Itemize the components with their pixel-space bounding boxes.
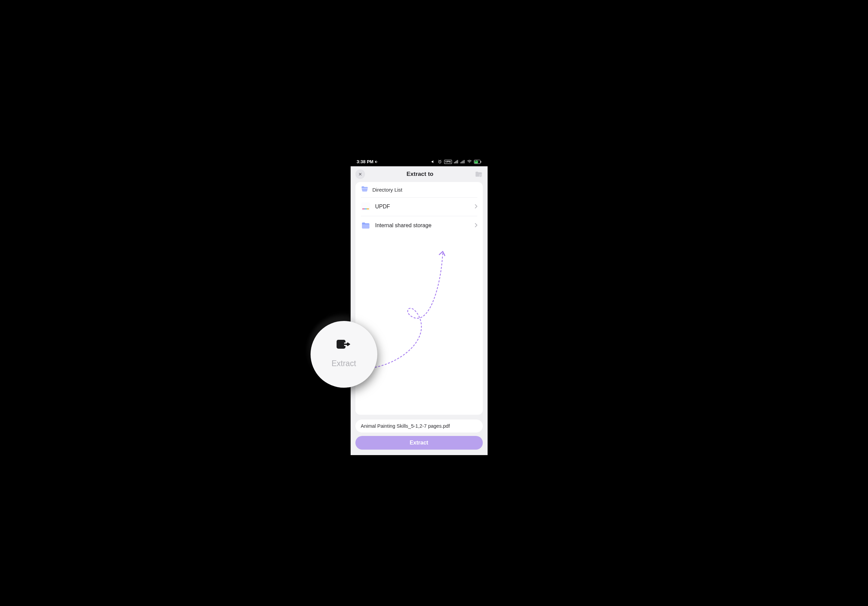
extract-button[interactable]: Extract: [355, 436, 483, 450]
phone-frame: 3:38 PM ◐ VPN: [350, 158, 488, 455]
folder-settings-button[interactable]: [475, 171, 482, 178]
filename-field-wrap[interactable]: [355, 419, 483, 433]
folder-gear-icon: [475, 171, 482, 178]
svg-rect-1: [454, 162, 455, 163]
callout-label: Extract: [332, 359, 356, 368]
svg-rect-5: [460, 162, 461, 163]
svg-point-13: [480, 175, 481, 176]
folder-icon: [361, 221, 370, 230]
close-button[interactable]: [355, 169, 365, 179]
svg-rect-8: [463, 160, 464, 164]
directory-list-label: Directory List: [372, 187, 403, 193]
list-item-label: UPDF: [375, 204, 470, 210]
extract-callout: Extract: [310, 321, 377, 388]
svg-rect-6: [462, 161, 462, 164]
extract-icon: [336, 339, 351, 351]
close-icon: [358, 172, 362, 176]
directory-list-header: Directory List: [361, 182, 477, 198]
filename-input[interactable]: [361, 423, 477, 429]
svg-rect-14: [361, 202, 370, 211]
svg-rect-4: [457, 160, 458, 164]
signal-1-icon: [454, 160, 459, 164]
vpn-badge: VPN: [444, 160, 452, 164]
directory-panel: Directory List UPDF: [355, 182, 483, 415]
mute-icon: [431, 159, 436, 164]
extract-button-label: Extract: [409, 440, 428, 446]
svg-rect-3: [456, 161, 457, 163]
svg-rect-17: [362, 209, 365, 209]
list-item-label: Internal shared storage: [375, 223, 470, 229]
status-bar: 3:38 PM ◐ VPN: [350, 158, 488, 166]
page-title: Extract to: [406, 171, 433, 178]
list-item-internal-storage[interactable]: Internal shared storage: [361, 216, 477, 235]
chevron-right-icon: [474, 204, 477, 210]
battery-icon: 57: [474, 160, 481, 164]
svg-rect-2: [455, 161, 456, 164]
status-time: 3:38 PM: [357, 159, 374, 164]
signal-2-icon: [460, 160, 465, 164]
svg-rect-10: [480, 161, 481, 162]
chevron-right-icon: [474, 223, 477, 229]
dnd-dot-icon: ◐: [375, 160, 377, 163]
updf-app-icon: [361, 202, 370, 212]
wifi-icon: [467, 160, 472, 164]
topbar: Extract to: [350, 166, 488, 182]
alarm-icon: [438, 159, 442, 164]
svg-rect-7: [463, 161, 463, 163]
folder-open-icon: [361, 186, 369, 193]
list-item-updf[interactable]: UPDF: [361, 198, 477, 216]
